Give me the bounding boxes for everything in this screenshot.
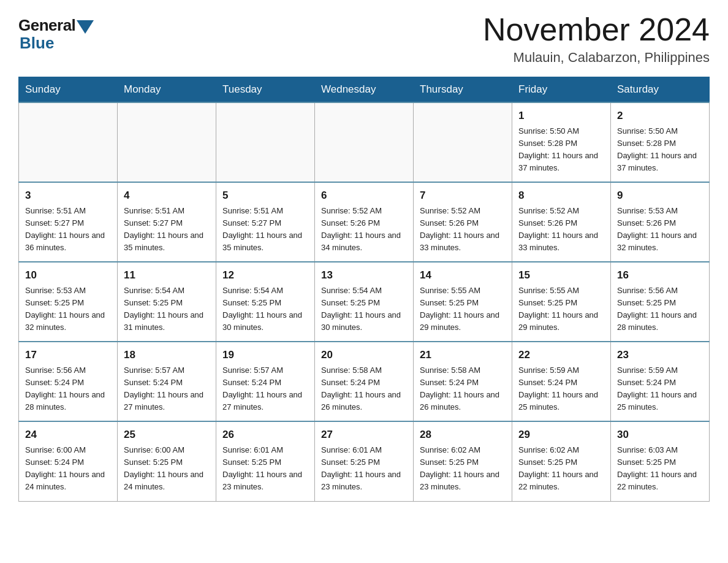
- calendar-cell: 28Sunrise: 6:02 AM Sunset: 5:25 PM Dayli…: [414, 421, 512, 501]
- day-of-week-header: Friday: [512, 77, 611, 103]
- calendar-cell: 11Sunrise: 5:54 AM Sunset: 5:25 PM Dayli…: [118, 262, 216, 342]
- day-number: 3: [25, 188, 111, 204]
- calendar-cell: 2Sunrise: 5:50 AM Sunset: 5:28 PM Daylig…: [611, 102, 710, 182]
- calendar-cell: 12Sunrise: 5:54 AM Sunset: 5:25 PM Dayli…: [216, 262, 315, 342]
- day-of-week-header: Saturday: [611, 77, 710, 103]
- calendar-cell: 25Sunrise: 6:00 AM Sunset: 5:25 PM Dayli…: [118, 421, 216, 501]
- calendar-title: November 2024: [483, 12, 710, 47]
- day-of-week-header: Wednesday: [315, 77, 414, 103]
- day-number: 13: [321, 267, 407, 283]
- day-number: 23: [617, 347, 703, 363]
- day-info: Sunrise: 5:57 AM Sunset: 5:24 PM Dayligh…: [124, 364, 210, 414]
- calendar-cell: 13Sunrise: 5:54 AM Sunset: 5:25 PM Dayli…: [315, 262, 414, 342]
- day-of-week-header: Thursday: [414, 77, 512, 103]
- logo-blue-text: Blue: [20, 34, 54, 53]
- week-row: 1Sunrise: 5:50 AM Sunset: 5:28 PM Daylig…: [19, 102, 710, 182]
- calendar-header-row: SundayMondayTuesdayWednesdayThursdayFrid…: [19, 77, 710, 103]
- day-of-week-header: Monday: [118, 77, 216, 103]
- day-number: 16: [617, 267, 703, 283]
- day-info: Sunrise: 6:02 AM Sunset: 5:25 PM Dayligh…: [420, 444, 506, 494]
- day-number: 30: [617, 427, 703, 443]
- day-number: 26: [222, 427, 308, 443]
- calendar-cell: 6Sunrise: 5:52 AM Sunset: 5:26 PM Daylig…: [315, 182, 414, 262]
- day-number: 24: [25, 427, 111, 443]
- calendar-cell: 15Sunrise: 5:55 AM Sunset: 5:25 PM Dayli…: [512, 262, 611, 342]
- week-row: 10Sunrise: 5:53 AM Sunset: 5:25 PM Dayli…: [19, 262, 710, 342]
- day-info: Sunrise: 5:57 AM Sunset: 5:24 PM Dayligh…: [222, 364, 308, 414]
- calendar-cell: 18Sunrise: 5:57 AM Sunset: 5:24 PM Dayli…: [118, 342, 216, 421]
- day-number: 8: [518, 188, 604, 204]
- calendar-cell: 17Sunrise: 5:56 AM Sunset: 5:24 PM Dayli…: [19, 342, 118, 421]
- day-info: Sunrise: 5:59 AM Sunset: 5:24 PM Dayligh…: [617, 364, 703, 414]
- logo-general-text: General: [18, 16, 75, 35]
- day-info: Sunrise: 5:56 AM Sunset: 5:25 PM Dayligh…: [617, 285, 703, 334]
- calendar-cell: [414, 102, 512, 182]
- day-info: Sunrise: 5:53 AM Sunset: 5:25 PM Dayligh…: [25, 285, 111, 334]
- day-info: Sunrise: 5:53 AM Sunset: 5:26 PM Dayligh…: [617, 205, 703, 255]
- calendar-cell: [216, 102, 315, 182]
- week-row: 17Sunrise: 5:56 AM Sunset: 5:24 PM Dayli…: [19, 342, 710, 421]
- title-block: November 2024 Mulauin, Calabarzon, Phili…: [483, 12, 710, 66]
- calendar-cell: 5Sunrise: 5:51 AM Sunset: 5:27 PM Daylig…: [216, 182, 315, 262]
- day-number: 4: [124, 188, 210, 204]
- day-info: Sunrise: 5:51 AM Sunset: 5:27 PM Dayligh…: [124, 205, 210, 255]
- calendar-cell: 7Sunrise: 5:52 AM Sunset: 5:26 PM Daylig…: [414, 182, 512, 262]
- day-number: 21: [420, 347, 506, 363]
- calendar-location: Mulauin, Calabarzon, Philippines: [483, 50, 710, 66]
- calendar-cell: 8Sunrise: 5:52 AM Sunset: 5:26 PM Daylig…: [512, 182, 611, 262]
- day-number: 27: [321, 427, 407, 443]
- day-number: 7: [420, 188, 506, 204]
- day-info: Sunrise: 6:03 AM Sunset: 5:25 PM Dayligh…: [617, 444, 703, 494]
- day-info: Sunrise: 5:51 AM Sunset: 5:27 PM Dayligh…: [222, 205, 308, 255]
- day-number: 5: [222, 188, 308, 204]
- day-number: 17: [25, 347, 111, 363]
- calendar-cell: 4Sunrise: 5:51 AM Sunset: 5:27 PM Daylig…: [118, 182, 216, 262]
- day-number: 28: [420, 427, 506, 443]
- day-number: 18: [124, 347, 210, 363]
- day-info: Sunrise: 6:01 AM Sunset: 5:25 PM Dayligh…: [321, 444, 407, 494]
- calendar-cell: 1Sunrise: 5:50 AM Sunset: 5:28 PM Daylig…: [512, 102, 611, 182]
- day-number: 19: [222, 347, 308, 363]
- day-info: Sunrise: 5:54 AM Sunset: 5:25 PM Dayligh…: [222, 285, 308, 334]
- week-row: 24Sunrise: 6:00 AM Sunset: 5:24 PM Dayli…: [19, 421, 710, 501]
- day-of-week-header: Sunday: [19, 77, 118, 103]
- day-number: 14: [420, 267, 506, 283]
- day-info: Sunrise: 5:50 AM Sunset: 5:28 PM Dayligh…: [617, 125, 703, 175]
- day-info: Sunrise: 6:00 AM Sunset: 5:24 PM Dayligh…: [25, 444, 111, 494]
- calendar-cell: 29Sunrise: 6:02 AM Sunset: 5:25 PM Dayli…: [512, 421, 611, 501]
- day-number: 1: [518, 108, 604, 124]
- day-number: 22: [518, 347, 604, 363]
- calendar-cell: 3Sunrise: 5:51 AM Sunset: 5:27 PM Daylig…: [19, 182, 118, 262]
- day-number: 9: [617, 188, 703, 204]
- day-info: Sunrise: 5:55 AM Sunset: 5:25 PM Dayligh…: [518, 285, 604, 334]
- day-info: Sunrise: 5:52 AM Sunset: 5:26 PM Dayligh…: [420, 205, 506, 255]
- day-info: Sunrise: 5:59 AM Sunset: 5:24 PM Dayligh…: [518, 364, 604, 414]
- day-info: Sunrise: 6:02 AM Sunset: 5:25 PM Dayligh…: [518, 444, 604, 494]
- calendar-cell: 22Sunrise: 5:59 AM Sunset: 5:24 PM Dayli…: [512, 342, 611, 421]
- day-info: Sunrise: 5:58 AM Sunset: 5:24 PM Dayligh…: [321, 364, 407, 414]
- calendar-cell: [19, 102, 118, 182]
- day-number: 10: [25, 267, 111, 283]
- day-number: 11: [124, 267, 210, 283]
- day-info: Sunrise: 5:50 AM Sunset: 5:28 PM Dayligh…: [518, 125, 604, 175]
- day-info: Sunrise: 6:01 AM Sunset: 5:25 PM Dayligh…: [222, 444, 308, 494]
- calendar-cell: 10Sunrise: 5:53 AM Sunset: 5:25 PM Dayli…: [19, 262, 118, 342]
- calendar-cell: 14Sunrise: 5:55 AM Sunset: 5:25 PM Dayli…: [414, 262, 512, 342]
- day-info: Sunrise: 5:52 AM Sunset: 5:26 PM Dayligh…: [518, 205, 604, 255]
- day-info: Sunrise: 5:52 AM Sunset: 5:26 PM Dayligh…: [321, 205, 407, 255]
- calendar-cell: 20Sunrise: 5:58 AM Sunset: 5:24 PM Dayli…: [315, 342, 414, 421]
- calendar-cell: 19Sunrise: 5:57 AM Sunset: 5:24 PM Dayli…: [216, 342, 315, 421]
- day-number: 12: [222, 267, 308, 283]
- calendar-cell: 30Sunrise: 6:03 AM Sunset: 5:25 PM Dayli…: [611, 421, 710, 501]
- calendar-cell: 16Sunrise: 5:56 AM Sunset: 5:25 PM Dayli…: [611, 262, 710, 342]
- day-number: 15: [518, 267, 604, 283]
- calendar-cell: 26Sunrise: 6:01 AM Sunset: 5:25 PM Dayli…: [216, 421, 315, 501]
- day-info: Sunrise: 5:55 AM Sunset: 5:25 PM Dayligh…: [420, 285, 506, 334]
- calendar-cell: [118, 102, 216, 182]
- calendar-table: SundayMondayTuesdayWednesdayThursdayFrid…: [18, 77, 710, 501]
- day-info: Sunrise: 5:56 AM Sunset: 5:24 PM Dayligh…: [25, 364, 111, 414]
- calendar-cell: 23Sunrise: 5:59 AM Sunset: 5:24 PM Dayli…: [611, 342, 710, 421]
- page-header: General Blue November 2024 Mulauin, Cala…: [18, 12, 710, 66]
- calendar-cell: 27Sunrise: 6:01 AM Sunset: 5:25 PM Dayli…: [315, 421, 414, 501]
- week-row: 3Sunrise: 5:51 AM Sunset: 5:27 PM Daylig…: [19, 182, 710, 262]
